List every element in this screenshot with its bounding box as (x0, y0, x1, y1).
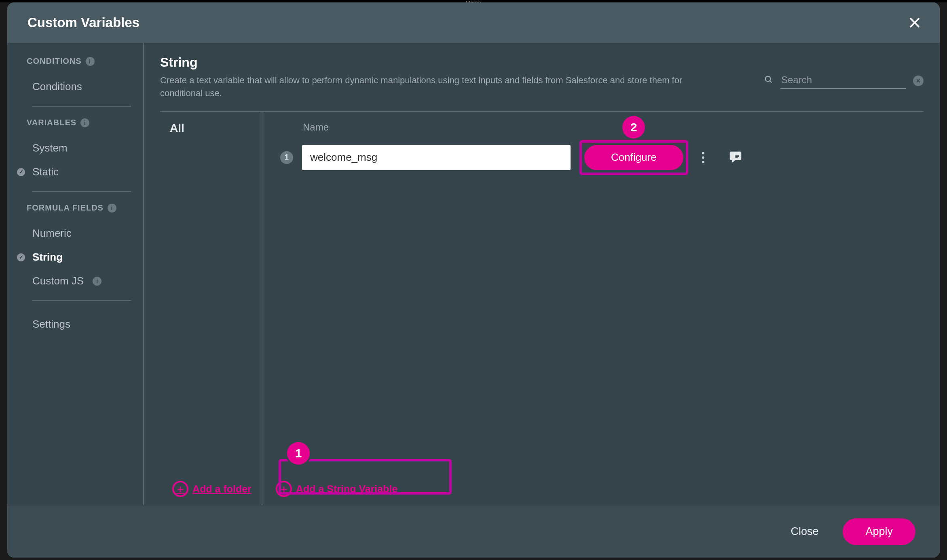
kebab-icon[interactable] (702, 152, 704, 163)
callout-badge-2: 2 (622, 116, 645, 139)
info-icon[interactable]: i (86, 57, 95, 66)
divider (32, 300, 131, 301)
sidebar-item-label: System (32, 142, 68, 154)
callout-2-box: 2 Configure (579, 140, 688, 175)
sidebar-item-static[interactable]: ✓ Static (27, 160, 131, 184)
variable-name-input[interactable] (302, 145, 571, 170)
sidebar-item-label: Conditions (32, 80, 82, 93)
search: ✕ (764, 73, 924, 89)
callout-badge-1: 1 (287, 442, 310, 465)
main-panel: String Create a text variable that will … (144, 43, 940, 505)
search-icon[interactable] (764, 75, 773, 86)
check-icon: ✓ (17, 253, 25, 261)
plus-icon: ＋ (172, 481, 188, 497)
callout-1-box (279, 459, 452, 495)
modal-footer: Close Apply (7, 505, 940, 558)
row-index-badge: 1 (280, 151, 293, 164)
sidebar-item-label: Settings (32, 318, 70, 331)
sidebar-item-label: Numeric (32, 227, 72, 240)
sidebar: CONDITIONS i Conditions VARIABLES i Syst… (7, 43, 144, 505)
section-label: CONDITIONS (27, 57, 82, 66)
info-icon[interactable]: i (93, 277, 101, 286)
close-icon[interactable] (906, 14, 924, 32)
search-input[interactable] (780, 73, 906, 89)
close-button[interactable]: Close (791, 525, 818, 538)
svg-line-3 (770, 81, 772, 83)
svg-point-2 (765, 76, 771, 82)
apply-button[interactable]: Apply (843, 518, 915, 545)
sidebar-item-label: String (32, 251, 63, 263)
sidebar-item-numeric[interactable]: Numeric (27, 221, 131, 245)
sidebar-item-settings[interactable]: Settings (27, 312, 131, 336)
sidebar-item-system[interactable]: System (27, 136, 131, 160)
section-formula-fields: FORMULA FIELDS i (27, 203, 131, 213)
check-icon: ✓ (17, 168, 25, 176)
sidebar-item-string[interactable]: ✓ String (27, 245, 131, 269)
column-header-name: Name (303, 122, 924, 133)
variable-list: Name 1 2 Configure (262, 112, 924, 505)
sidebar-item-conditions[interactable]: Conditions (27, 75, 131, 99)
folder-column: All (160, 112, 262, 505)
info-icon[interactable]: i (108, 204, 116, 213)
page-title: String (160, 55, 702, 70)
tab-all[interactable]: All (160, 122, 262, 135)
configure-button[interactable]: Configure (584, 145, 683, 170)
section-variables: VARIABLES i (27, 118, 131, 127)
custom-variables-modal: Custom Variables CONDITIONS i Conditions… (7, 2, 940, 558)
section-conditions: CONDITIONS i (27, 57, 131, 66)
section-label: VARIABLES (27, 118, 76, 127)
add-folder-label: Add a folder (192, 483, 252, 495)
section-label: FORMULA FIELDS (27, 203, 104, 213)
page-description: Create a text variable that will allow t… (160, 74, 702, 100)
sidebar-item-label: Custom JS (32, 275, 84, 287)
divider (32, 106, 131, 107)
sidebar-item-custom-js[interactable]: Custom JS i (27, 269, 131, 293)
info-icon[interactable]: i (80, 118, 89, 127)
add-folder-link[interactable]: ＋ Add a folder (172, 481, 252, 497)
comment-icon[interactable] (728, 149, 755, 166)
modal-header: Custom Variables (7, 2, 940, 43)
variable-row: 1 2 Configure (303, 140, 924, 175)
clear-search-icon[interactable]: ✕ (913, 76, 924, 86)
modal-title: Custom Variables (27, 15, 140, 30)
sidebar-item-label: Static (32, 166, 59, 178)
divider (32, 191, 131, 192)
